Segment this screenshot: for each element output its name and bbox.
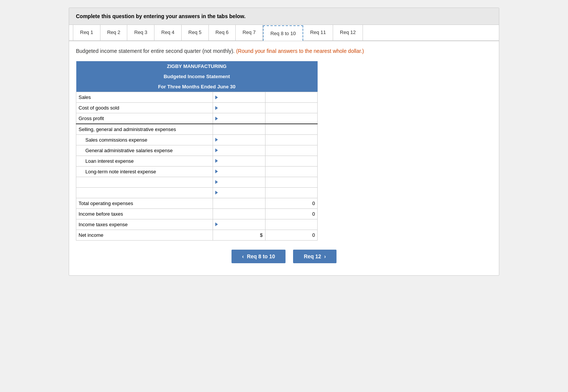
income-statement-table: ZIGBY MANUFACTURING Budgeted Income Stat… [76,61,318,241]
next-button-label: Req 12 [304,253,321,259]
row-label-gen-admin: General administrative salaries expense [76,145,213,156]
main-container: Complete this question by entering your … [69,8,499,276]
table-row: Income taxes expense [76,219,318,230]
tab-req7[interactable]: Req 7 [236,25,263,40]
period: For Three Months Ended June 30 [76,82,318,92]
arrow-icon [215,117,218,120]
income-tax-exp-input-col2[interactable] [268,221,315,228]
arrow-icon [215,106,218,110]
income-tax-exp-col2[interactable] [265,219,317,230]
gen-admin-input-col1[interactable] [219,147,262,154]
income-tax-exp-input-col1[interactable] [219,221,262,228]
gen-admin-col2[interactable] [265,145,317,156]
sales-comm-input-col2[interactable] [268,136,315,144]
blank1-col1[interactable] [213,177,265,187]
loan-interest-input-col2[interactable] [268,157,315,165]
gen-admin-col1[interactable] [213,145,265,156]
loan-interest-input-col1[interactable] [219,157,262,165]
row-label-cogs: Cost of goods sold [76,103,213,113]
blank2-col2[interactable] [265,187,317,198]
tab-req5[interactable]: Req 5 [182,25,209,40]
cogs-input-col2[interactable] [268,104,315,111]
content-area: Budgeted income statement for entire sec… [69,41,499,275]
next-arrow-icon: › [324,253,326,259]
blank1-input-col1[interactable] [219,179,262,186]
lt-note-input-col1[interactable] [219,168,262,175]
arrow-icon [215,138,218,142]
row-label-net-income: Net income [76,230,213,240]
net-income-col2: 0 [265,230,317,240]
next-button[interactable]: Req 12 › [293,250,336,263]
instruction-bar: Complete this question by entering your … [69,8,499,25]
table-row: Loan interest expense [76,156,318,166]
tab-req3[interactable]: Req 3 [127,25,154,40]
sales-input-col1[interactable] [219,94,262,101]
instruction-text: Complete this question by entering your … [76,13,245,19]
arrow-icon [215,159,218,163]
income-tax-exp-col1[interactable] [213,219,265,230]
row-label-total-opex: Total operating expenses [76,198,213,208]
row-label-gross-profit: Gross profit [76,113,213,124]
tab-req11[interactable]: Req 11 [303,25,333,40]
table-row: Cost of goods sold [76,103,318,113]
table-row: Long-term note interest expense [76,166,318,177]
prev-button[interactable]: ‹ Req 8 to 10 [232,250,286,263]
arrow-icon [215,170,218,173]
cogs-col2[interactable] [265,103,317,113]
gross-profit-input-col2[interactable] [268,115,315,122]
gross-profit-col1[interactable] [213,113,265,124]
row-label-blank1 [76,177,213,187]
blank2-col1[interactable] [213,187,265,198]
lt-note-input-col2[interactable] [268,168,315,175]
table-row [76,187,318,198]
tab-req1[interactable]: Req 1 [73,25,100,40]
loan-interest-col2[interactable] [265,156,317,166]
tab-req6[interactable]: Req 6 [209,25,236,40]
tab-req12[interactable]: Req 12 [333,25,363,40]
sales-col1[interactable] [213,92,265,103]
tab-req2[interactable]: Req 2 [100,25,128,40]
lt-note-col1[interactable] [213,166,265,177]
blank1-input-col2[interactable] [268,179,315,186]
income-before-tax-col2: 0 [265,208,317,219]
gen-admin-input-col2[interactable] [268,147,315,154]
question-text-highlight: (Round your final answers to the nearest… [236,48,364,54]
cogs-input-col1[interactable] [219,104,262,111]
income-before-tax-input-col1[interactable] [215,210,262,218]
tab-req4[interactable]: Req 4 [154,25,182,40]
sales-col2[interactable] [265,92,317,103]
statement-title-row: Budgeted Income Statement [76,71,318,82]
sales-comm-input-col1[interactable] [219,136,262,144]
row-label-blank2 [76,187,213,198]
arrow-icon [215,148,218,152]
lt-note-col2[interactable] [265,166,317,177]
table-row: Sales [76,92,318,103]
row-label-lt-note: Long-term note interest expense [76,166,213,177]
row-label-sales: Sales [76,92,213,103]
sga-col1 [213,124,265,134]
sales-input-col2[interactable] [268,94,315,101]
gross-profit-input-col1[interactable] [219,115,262,122]
sales-comm-col2[interactable] [265,134,317,145]
row-label-sga: Selling, general and administrative expe… [76,124,213,134]
table-row: Gross profit [76,113,318,124]
total-opex-col1[interactable] [213,198,265,208]
total-opex-input-col1[interactable] [215,200,262,207]
net-income-col1: $ [213,230,265,240]
table-row: General administrative salaries expense [76,145,318,156]
income-before-tax-col1[interactable] [213,208,265,219]
loan-interest-col1[interactable] [213,156,265,166]
table-row: Income before taxes 0 [76,208,318,219]
blank1-col2[interactable] [265,177,317,187]
blank2-input-col1[interactable] [219,189,262,196]
sales-comm-col1[interactable] [213,134,265,145]
cogs-col1[interactable] [213,103,265,113]
row-label-sales-comm: Sales commissions expense [76,134,213,145]
blank2-input-col2[interactable] [268,189,315,196]
arrow-icon [215,96,218,99]
company-name-row: ZIGBY MANUFACTURING [76,61,318,71]
tab-req8to10[interactable]: Req 8 to 10 [263,25,303,41]
total-opex-col2: 0 [265,198,317,208]
gross-profit-col2[interactable] [265,113,317,124]
table-row: Total operating expenses 0 [76,198,318,208]
